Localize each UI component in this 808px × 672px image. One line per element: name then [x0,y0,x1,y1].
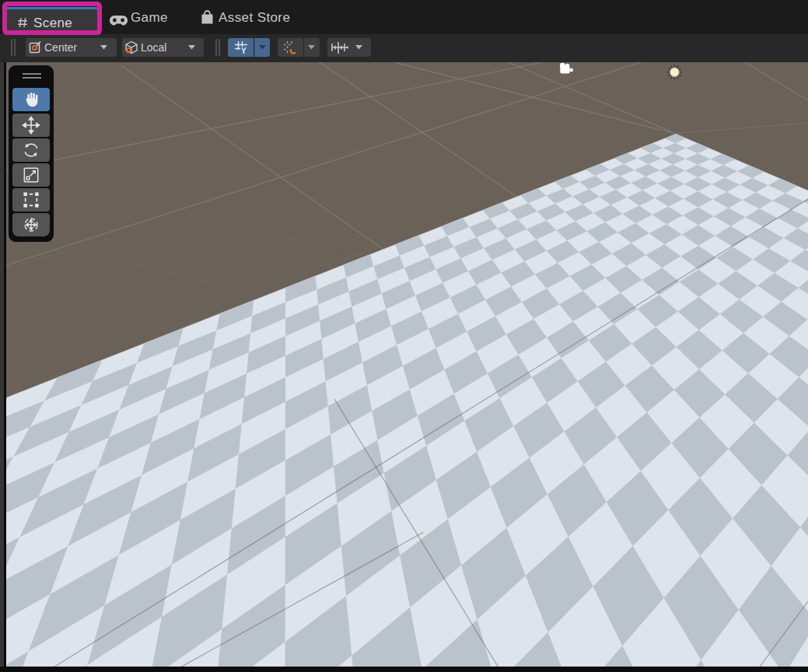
svg-text:Y: Y [241,47,247,54]
